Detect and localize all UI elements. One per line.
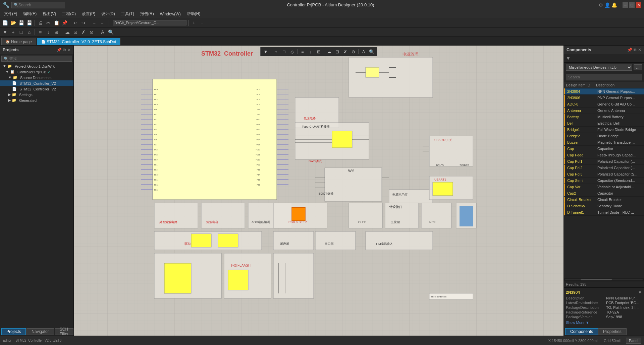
copy-btn[interactable]: 📋 [53, 19, 60, 26]
canvas-cloud-btn[interactable]: ☁ [325, 48, 333, 55]
down-btn[interactable]: ↓ [45, 28, 52, 36]
menu-window[interactable]: Window(W) [157, 11, 183, 17]
save-btn[interactable]: 💾 [17, 19, 25, 26]
undo-btn[interactable]: ↩ [72, 19, 79, 26]
canvas-search-btn[interactable]: 🔍 [368, 48, 375, 55]
filter-icon[interactable]: ▼ [566, 56, 571, 61]
project-search-box[interactable] [0, 54, 73, 63]
right-panel-close-btn[interactable]: ✕ [638, 48, 641, 52]
comp-row-adc8[interactable]: ADC-8 Generic 8-Bit A/D Co... [564, 101, 644, 108]
comp-row-cap-pol1[interactable]: Cap Pol1 Polarized Capacitor (... [564, 158, 644, 165]
panel-close-btn[interactable]: ✕ [67, 48, 71, 52]
project-search-input[interactable] [1, 56, 72, 62]
title-search-area[interactable]: 🔍 [11, 2, 65, 8]
home-btn[interactable]: ⌂ [25, 28, 33, 36]
comp-row-cap[interactable]: Cap Capacitor [564, 146, 644, 152]
tree-generated[interactable]: ▶ 📁 Generated [0, 97, 73, 103]
canvas-down-btn[interactable]: ↓ [307, 48, 314, 55]
minimize-button[interactable]: ─ [623, 2, 628, 8]
tab-sch-filter[interactable]: SCH Filter [55, 328, 74, 335]
tree-file1[interactable]: 📄 STM32_Controller_V2 [0, 80, 73, 86]
comp-row-bridge2[interactable]: Bridge2 Diode Bridge [564, 133, 644, 139]
menu-place[interactable]: 放置(P) [79, 10, 98, 17]
close-button[interactable]: ✕ [636, 2, 641, 8]
comp-row-bridge1[interactable]: Bridge1 Full Wave Diode Bridge [564, 127, 644, 133]
cut-btn[interactable]: ✂ [45, 19, 52, 26]
tree-group[interactable]: ▼ 📁 Project Group 1.DsnWrk [0, 63, 73, 69]
canvas-target-btn[interactable]: ⊙ [350, 48, 357, 55]
comp-row-2n3906[interactable]: 2N3906 PNP General Purpos... [564, 95, 644, 101]
menu-tools[interactable]: 工具(T) [118, 10, 137, 17]
right-panel-float-btn[interactable]: ⧉ [634, 48, 637, 52]
canvas-rect-btn[interactable]: □ [280, 48, 288, 55]
canvas-grid-btn[interactable]: ⊞ [315, 48, 322, 55]
tree-project[interactable]: ▼ 📋 Controller.PrjPCB ✓ [0, 69, 73, 75]
library-selector[interactable]: Miscellaneous Devices.IntLib [566, 64, 632, 71]
comp-row-d-tunnel1[interactable]: D Tunnel1 Tunnel Diode - RLC ... [564, 209, 644, 216]
menu-project[interactable]: 工程(C) [59, 10, 78, 17]
add-wire-btn[interactable]: + [9, 28, 17, 36]
maximize-button[interactable]: □ [629, 2, 635, 8]
canvas-add-btn[interactable]: + [272, 48, 280, 55]
list-btn[interactable]: ≡ [37, 28, 44, 36]
canvas-text-btn[interactable]: A [360, 48, 367, 55]
comp-row-d-schottky[interactable]: D Schottky Schottky Diode [564, 203, 644, 209]
comp-row-cap-feed[interactable]: Cap Feed Feed-Through Capaci... [564, 152, 644, 158]
new-btn[interactable]: 📄 [1, 19, 9, 26]
canvas-area[interactable]: ▼ + □ ◇ ≡ ↓ ⊞ ☁ ⊡ ✗ ⊙ A 🔍 [74, 46, 564, 336]
title-search-input[interactable] [18, 3, 59, 7]
tab-home[interactable]: 🏠 Home page [1, 38, 36, 45]
cancel-btn[interactable]: ✗ [80, 28, 87, 36]
panel-pin-btn[interactable]: 📌 [57, 48, 62, 52]
tab-projects[interactable]: Projects [1, 328, 26, 335]
tree-file2[interactable]: 📄 STM32_Controller_V2 [0, 86, 73, 92]
expand-detail-btn[interactable]: ▼ [638, 290, 642, 295]
tree-source-docs[interactable]: ▼ 📁 Source Documents [0, 75, 73, 80]
schematic-container[interactable]: ▼ + □ ◇ ≡ ↓ ⊞ ☁ ⊡ ✗ ⊙ A 🔍 [74, 46, 564, 336]
tab-schematic[interactable]: 📄 STM32_Controller_V2.0_ZET6.SchDot [37, 38, 120, 45]
canvas-filter-btn[interactable]: ▼ [262, 48, 269, 55]
menu-file[interactable]: 文件(F) [1, 10, 20, 17]
rect-btn[interactable]: □ [17, 28, 25, 36]
search-tool-btn[interactable]: 🔍 [107, 28, 114, 36]
paste-btn[interactable]: 📌 [61, 19, 68, 26]
upload-btn[interactable]: ☁ [64, 28, 71, 36]
menu-help[interactable]: 帮助(H) [184, 10, 203, 17]
comp-row-cap2[interactable]: Cap2 Capacitor [564, 190, 644, 197]
comp-row-cap-pol2[interactable]: Cap Pol2 Polarized Capacitor (... [564, 165, 644, 171]
path-input[interactable] [113, 20, 186, 25]
filter-btn[interactable]: ▼ [1, 28, 9, 36]
canvas-shape-btn[interactable]: ◇ [288, 48, 296, 55]
print-btn[interactable]: 🖨 [37, 19, 44, 26]
lib-browse-btn[interactable]: … [634, 64, 642, 70]
schematic-tab-status[interactable]: STM32_Controller_V2.0_ZET6 [15, 339, 61, 342]
more-btn2[interactable]: ··· [99, 19, 106, 26]
comp-row-buzzer[interactable]: Buzzer Magnetic Transducer... [564, 139, 644, 146]
comp-row-2n3904[interactable]: 2N3904 NPN General Purpos... [564, 88, 644, 95]
panel-btn[interactable]: Panel [626, 338, 641, 344]
comp-row-battery[interactable]: Battery Multicell Battery [564, 114, 644, 120]
save-all-btn[interactable]: 💾 [25, 19, 33, 26]
component-search-input[interactable] [566, 74, 642, 80]
tab-properties[interactable]: Properties [598, 328, 627, 335]
tree-settings[interactable]: ▶ 📁 Settings [0, 92, 73, 97]
canvas-line-btn[interactable]: ≡ [299, 48, 306, 55]
comp-row-bell[interactable]: Bell Electrical Bell [564, 120, 644, 127]
more-btn1[interactable]: ··· [91, 19, 98, 26]
zoom-out-btn[interactable]: - [198, 19, 206, 26]
canvas-x-btn[interactable]: ✗ [341, 48, 349, 55]
menu-report[interactable]: 报告(R) [138, 10, 157, 17]
show-more-btn[interactable]: Show More ▼ [566, 321, 589, 325]
right-panel-pin-btn[interactable]: 📌 [627, 48, 632, 52]
target-btn[interactable]: ⊙ [88, 28, 95, 36]
open-btn[interactable]: 📂 [9, 19, 17, 26]
editor-tab[interactable]: Editor [3, 339, 11, 342]
tab-navigator[interactable]: Navigator [26, 328, 54, 335]
grid-btn[interactable]: ⊞ [53, 28, 60, 36]
menu-design[interactable]: 设计(D) [99, 10, 118, 17]
canvas-view-btn[interactable]: ⊡ [333, 48, 341, 55]
show-more-row[interactable]: Show More ▼ [566, 320, 642, 325]
view-btn[interactable]: ⊡ [72, 28, 79, 36]
zoom-in-btn[interactable]: + [190, 19, 198, 26]
text-btn[interactable]: A [99, 28, 106, 36]
